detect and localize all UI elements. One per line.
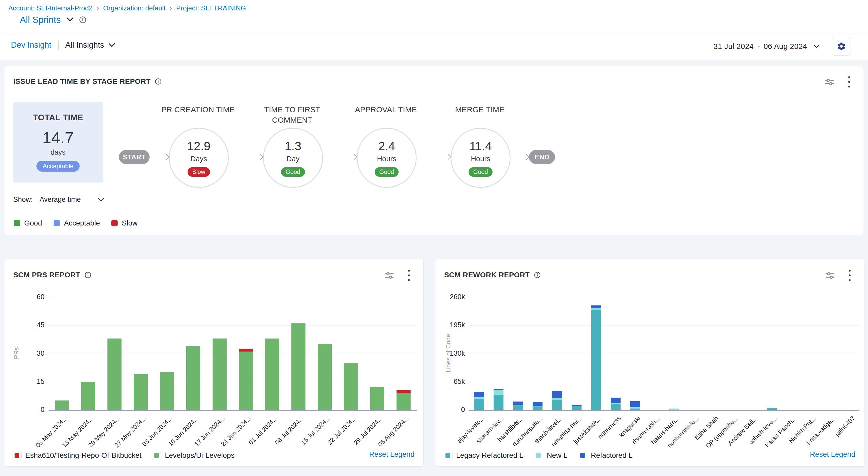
insight-nav: Dev Insight | All Insights [11,40,116,50]
bar-segment[interactable] [370,387,384,410]
bar-segment[interactable] [591,308,601,310]
total-time-value: 14.7 [42,130,74,146]
gridline [469,325,860,326]
bar-segment[interactable] [397,390,411,393]
bar-segment[interactable] [291,323,306,410]
bar-segment[interactable] [513,401,523,405]
info-icon[interactable] [534,272,541,278]
bar-segment[interactable] [552,391,562,398]
y-axis-title: PRs [13,314,20,392]
bar-segment[interactable] [611,404,621,410]
legend-label: Refactored L [591,451,632,459]
sprint-selector[interactable]: All Sprints [20,14,61,25]
stage-circle[interactable]: 11.4HoursGood [451,128,510,188]
bar-segment[interactable] [494,395,503,410]
legend-item[interactable]: Levelops/Ui-Levelops [152,451,235,460]
breadcrumb-link-project[interactable]: Project: SEI TRAINING [176,4,246,12]
bar-segment[interactable] [767,408,777,410]
bar-segment[interactable] [239,352,253,410]
legend-label: Esha610/Testing-Repo-Of-Bitbucket [25,451,142,459]
show-label: Show: [13,196,33,204]
bar-segment[interactable] [474,397,484,399]
legend-item[interactable]: Legacy Refactored L [443,451,523,460]
reset-legend-link[interactable]: Reset Legend [810,450,855,458]
chevron-down-icon[interactable] [66,17,74,23]
bar-segment[interactable] [591,310,601,410]
stage-unit: Hours [377,155,397,163]
filter-sliders-icon[interactable] [825,270,835,281]
bar-segment[interactable] [669,409,679,410]
bar-segment[interactable] [55,400,69,410]
chevron-down-icon [108,43,116,48]
bar-segment[interactable] [571,405,582,406]
card-title: ISSUE LEAD TIME BY STAGE REPORT [13,77,151,86]
bar-segment[interactable] [107,338,122,410]
info-icon[interactable] [155,78,162,85]
lead-time-card: ISSUE LEAD TIME BY STAGE REPORT TOTAL TI… [4,66,864,235]
bar-segment[interactable] [494,389,503,390]
bar-segment[interactable] [533,407,542,410]
bar-segment[interactable] [81,382,95,410]
bar-segment[interactable] [344,363,358,410]
bar-segment[interactable] [494,390,503,394]
reset-legend-link[interactable]: Reset Legend [369,450,414,458]
kebab-menu-icon[interactable] [408,270,410,281]
filter-sliders-icon[interactable] [384,270,395,281]
bar-segment[interactable] [571,406,582,410]
bar-segment[interactable] [611,403,621,404]
gridline [49,297,417,297]
stage-circle[interactable]: 2.4HoursGood [357,128,416,188]
bar-segment[interactable] [213,338,227,410]
kebab-menu-icon[interactable] [849,270,850,281]
bar-segment[interactable] [474,399,484,410]
y-tick-label: 30 [21,350,44,358]
legend-item[interactable]: New L [534,451,567,460]
bar-segment[interactable] [134,374,148,410]
kebab-menu-icon[interactable] [848,76,850,88]
bar-segment[interactable] [265,338,279,410]
bar-segment[interactable] [513,406,523,410]
info-icon[interactable] [79,16,86,24]
bar-segment[interactable] [397,393,411,410]
info-icon[interactable] [85,272,91,278]
y-tick-label: 0 [21,406,44,414]
stage-label: PR CREATION TIME [159,105,237,115]
legend-swatch [14,220,20,226]
bar-segment[interactable] [630,409,640,410]
nav-dev-insight[interactable]: Dev Insight [11,40,51,50]
bar-segment[interactable] [552,397,562,400]
date-range-picker[interactable]: 31 Jul 2024 - 06 Aug 2024 [713,42,820,51]
filter-sliders-icon[interactable] [824,77,835,87]
y-tick-label: 45 [21,321,44,329]
gridline [469,410,860,411]
bar-segment[interactable] [474,392,484,397]
breadcrumb-link-account[interactable]: Account: SEI-Internal-Prod2 [8,4,93,12]
bar-segment[interactable] [186,346,200,410]
settings-gear-button[interactable] [832,37,851,56]
bar-segment[interactable] [630,407,640,409]
bar-segment[interactable] [513,405,523,406]
legend-swatch [534,451,543,460]
stage-status-badge: Good [281,167,305,177]
show-dropdown[interactable]: Average time [39,196,104,204]
flow-arrow [322,157,356,157]
insight-selector[interactable]: All Insights [65,40,116,50]
bar-segment[interactable] [533,407,542,407]
stage-circle[interactable]: 12.9DaysSlow [169,128,229,188]
bar-segment[interactable] [533,402,542,407]
bar-segment[interactable] [611,397,621,403]
legend-item[interactable]: Refactored L [578,451,632,460]
bar-segment[interactable] [318,344,332,410]
bar-segment[interactable] [630,401,640,407]
stage-status-badge: Slow [188,167,210,177]
legend-item[interactable]: Esha610/Testing-Repo-Of-Bitbucket [12,451,142,460]
breadcrumb-link-organization[interactable]: Organization: default [103,4,165,12]
bar-segment[interactable] [160,373,174,410]
stage-unit: Day [286,155,300,163]
bar-segment[interactable] [591,305,601,308]
legend-swatch [54,220,60,226]
bar-segment[interactable] [552,400,562,410]
gear-icon [837,42,846,51]
stage-circle[interactable]: 1.3DayGood [263,128,323,188]
bar-segment[interactable] [239,349,253,352]
